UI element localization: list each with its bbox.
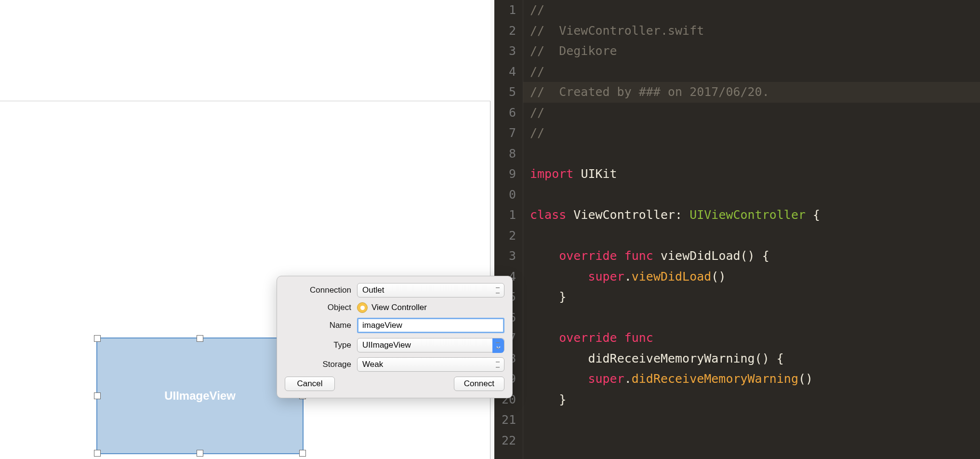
connection-select[interactable]: Outlet: [357, 283, 504, 297]
code-text: didReceiveMemoryWarning() {: [588, 351, 783, 365]
resize-handle[interactable]: [94, 335, 101, 342]
code-text: import: [530, 167, 573, 181]
connect-button[interactable]: Connect: [454, 377, 504, 391]
code-text: // ViewController.swift: [530, 24, 704, 38]
object-label: Object: [285, 303, 351, 312]
line-number: 1: [494, 0, 516, 21]
storage-label: Storage: [285, 360, 351, 369]
line-number: 3: [494, 41, 516, 62]
outlet-connection-popover: Connection Outlet Object View Controller: [277, 276, 513, 398]
code-text: viewDidLoad() {: [661, 249, 769, 263]
line-number: 3: [494, 246, 516, 267]
code-text: //: [530, 106, 544, 120]
device-canvas[interactable]: UIImageView Connection Outlet Object: [0, 101, 490, 459]
connection-label: Connection: [285, 285, 351, 295]
code-text: //: [530, 126, 544, 140]
code-text: .: [624, 372, 632, 386]
code-text: // Created by ### on 2017/06/20.: [530, 85, 769, 99]
line-number: 7: [494, 123, 516, 144]
storage-select[interactable]: Weak: [357, 357, 504, 372]
code-text: super: [588, 270, 624, 284]
connection-value: Outlet: [362, 285, 384, 295]
object-value: View Controller: [371, 303, 427, 312]
line-number: 2: [494, 21, 516, 41]
line-number: 9: [494, 164, 516, 185]
code-editor[interactable]: 12345678901234516171819202122 // // View…: [494, 0, 980, 459]
code-text: {: [806, 208, 820, 222]
resize-handle[interactable]: [197, 450, 203, 457]
line-number: 22: [494, 431, 516, 451]
line-number: 8: [494, 144, 516, 164]
code-text: UIViewController: [689, 208, 806, 222]
code-text: // Degikore: [530, 44, 617, 58]
code-text: (): [798, 372, 813, 386]
code-text: super: [588, 372, 624, 386]
code-text: func: [624, 331, 653, 345]
chevron-down-icon: [492, 338, 504, 353]
name-input[interactable]: [357, 318, 504, 333]
code-text: }: [559, 392, 566, 406]
code-text: ViewController:: [573, 208, 682, 222]
uiimageview-label: UIImageView: [164, 389, 236, 403]
code-text: override: [559, 249, 617, 263]
object-value-chip: View Controller: [357, 302, 504, 313]
code-text: (): [711, 270, 726, 284]
name-label: Name: [285, 321, 351, 330]
line-number: 6: [494, 103, 516, 123]
line-number: 4: [494, 62, 516, 82]
storage-value: Weak: [362, 360, 383, 369]
line-number: 0: [494, 185, 516, 205]
ib-empty-area: [0, 0, 490, 101]
code-text: //: [530, 65, 544, 79]
line-number: 1: [494, 205, 516, 226]
code-text: //: [530, 3, 544, 17]
code-text: .: [624, 270, 632, 284]
line-number: 5: [494, 82, 516, 103]
type-select[interactable]: UIImageView: [357, 338, 504, 352]
uiimageview-element[interactable]: UIImageView: [96, 338, 304, 454]
resize-handle[interactable]: [94, 392, 101, 399]
line-number: 2: [494, 226, 516, 246]
code-text: didReceiveMemoryWarning: [632, 372, 798, 386]
code-text: func: [624, 249, 653, 263]
code-text: class: [530, 208, 566, 222]
code-text: UIKit: [581, 167, 617, 181]
type-label: Type: [285, 340, 351, 350]
resize-handle[interactable]: [94, 450, 101, 457]
resize-handle[interactable]: [299, 450, 306, 457]
interface-builder-canvas: ◧ ⎋ UIImageView Connection Outlet: [0, 0, 494, 459]
line-number: 21: [494, 410, 516, 431]
resize-handle[interactable]: [197, 335, 203, 342]
code-text: override: [559, 331, 617, 345]
type-value: UIImageView: [362, 340, 411, 350]
cancel-button[interactable]: Cancel: [285, 377, 335, 391]
code-text: }: [559, 290, 566, 304]
code-text: viewDidLoad: [632, 270, 712, 284]
code-body[interactable]: // // ViewController.swift // Degikore /…: [523, 0, 980, 459]
view-controller-small-icon: [357, 302, 368, 313]
